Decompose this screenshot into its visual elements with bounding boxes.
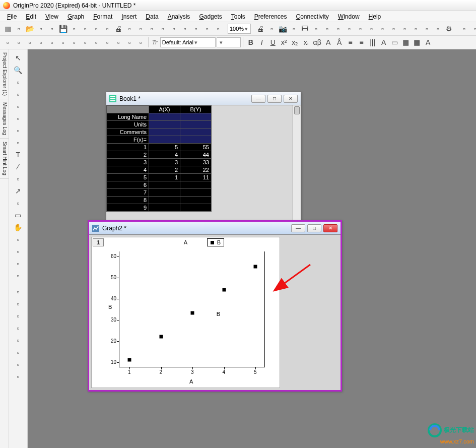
open-icon[interactable]: 📂 <box>24 23 35 34</box>
zoom-in-icon[interactable]: 🔍 <box>12 65 25 76</box>
cell[interactable] <box>180 113 212 121</box>
d1-icon[interactable]: ▫ <box>388 23 399 34</box>
open-excel-icon[interactable]: ▫ <box>46 23 57 34</box>
data-point[interactable] <box>254 265 257 269</box>
row-index[interactable]: 7 <box>107 189 149 197</box>
batch-icon[interactable]: ▫ <box>432 23 443 34</box>
minimize-button[interactable]: — <box>291 224 305 232</box>
menu-connectivity[interactable]: Connectivity <box>292 12 332 21</box>
new-layout-icon[interactable]: ▫ <box>102 23 113 34</box>
mask-icon[interactable]: ▫ <box>12 113 25 124</box>
format-btn-5[interactable]: xᵢ <box>301 37 312 48</box>
row-index[interactable]: 4 <box>107 166 149 174</box>
color-icon[interactable]: ▫ <box>12 270 25 281</box>
legend[interactable]: B <box>207 238 224 246</box>
col-header-0[interactable]: A(X) <box>149 106 180 113</box>
gear-icon[interactable]: ⚙ <box>443 23 454 34</box>
cell[interactable] <box>149 129 180 136</box>
zoom-combo[interactable]: 100%▾ <box>228 24 251 34</box>
cell[interactable]: 44 <box>180 151 212 159</box>
layer-tab[interactable]: 1 <box>93 238 104 246</box>
p3-icon[interactable]: ▫ <box>213 23 224 34</box>
tab-smart-hint-log[interactable]: Smart Hint Log <box>0 139 9 179</box>
cell[interactable] <box>149 204 180 212</box>
scale-icon[interactable]: ▫ <box>12 234 25 245</box>
row-label-2[interactable]: Comments <box>107 129 149 136</box>
grid-icon[interactable]: ▫ <box>12 347 25 358</box>
window-book1[interactable]: Book1 * — □ ✕ A(X)B(Y)Long NameUnitsComm… <box>106 92 301 228</box>
print-icon[interactable]: 🖨 <box>113 23 124 34</box>
d2-icon[interactable]: ▫ <box>399 23 410 34</box>
cell[interactable]: 33 <box>180 159 212 166</box>
m1-icon[interactable]: ▫ <box>35 37 46 48</box>
pan2-icon[interactable]: ▫ <box>12 125 25 136</box>
format-btn-11[interactable]: ||| <box>367 37 378 48</box>
table-icon[interactable]: ▫ <box>12 323 25 334</box>
d3-icon[interactable]: ▫ <box>410 23 421 34</box>
cell[interactable] <box>180 204 212 212</box>
plot-area[interactable]: 10203040506012345 <box>119 251 265 367</box>
menu-data[interactable]: Data <box>142 12 162 21</box>
close-button[interactable]: ✕ <box>323 224 337 232</box>
cell[interactable] <box>149 136 180 144</box>
rescale-icon[interactable]: ▫ <box>310 23 321 34</box>
row-index[interactable]: 1 <box>107 144 149 151</box>
format-btn-1[interactable]: I <box>256 37 267 48</box>
format-btn-12[interactable]: A <box>378 37 389 48</box>
text-icon[interactable]: T <box>12 149 25 160</box>
cascade-icon[interactable]: ▫ <box>157 23 168 34</box>
cell[interactable] <box>180 121 212 129</box>
format-btn-7[interactable]: A <box>323 37 334 48</box>
format-btn-3[interactable]: x² <box>279 37 290 48</box>
pointer-icon[interactable]: ↖ <box>12 52 25 63</box>
cell[interactable]: 5 <box>149 144 180 151</box>
camera-icon[interactable]: 📷 <box>277 23 288 34</box>
format-btn-9[interactable]: ≡ <box>345 37 356 48</box>
cut-icon[interactable]: ▫ <box>113 37 124 48</box>
cell[interactable]: 22 <box>180 166 212 174</box>
cell[interactable] <box>149 181 180 189</box>
db-icon[interactable]: ▫ <box>12 359 25 370</box>
cell[interactable] <box>149 121 180 129</box>
palette3-icon[interactable]: ▫ <box>12 310 25 322</box>
format-btn-0[interactable]: B <box>245 37 256 48</box>
worksheet-icon[interactable]: ▫ <box>12 371 25 382</box>
line-tool-icon[interactable]: ▫ <box>12 198 25 209</box>
p2-icon[interactable]: ▫ <box>201 23 213 34</box>
cell[interactable] <box>180 197 212 204</box>
format-btn-10[interactable]: ≡ <box>356 37 367 48</box>
menu-analysis[interactable]: Analysis <box>164 12 194 21</box>
fontsize-combo[interactable]: ▾ <box>217 37 241 47</box>
new-project-icon[interactable]: ▥ <box>2 23 13 34</box>
menu-graph[interactable]: Graph <box>63 12 88 21</box>
save-icon[interactable]: 💾 <box>57 23 69 34</box>
row-index[interactable]: 3 <box>107 159 149 166</box>
cell[interactable] <box>180 181 212 189</box>
maximize-button[interactable]: □ <box>307 224 321 232</box>
cell[interactable] <box>180 189 212 197</box>
app-icon[interactable]: ▫ <box>124 23 135 34</box>
scrollbar-thumb[interactable] <box>294 106 300 114</box>
slideshow-icon[interactable]: ▫ <box>288 23 299 34</box>
menu-help[interactable]: Help <box>365 12 385 21</box>
hand-icon[interactable]: ✋ <box>12 222 25 233</box>
line-icon[interactable]: ∕ <box>12 161 25 172</box>
draw-icon[interactable]: ▫ <box>12 246 25 257</box>
format-btn-6[interactable]: αβ <box>312 37 323 48</box>
worksheet-grid[interactable]: A(X)B(Y)Long NameUnitsCommentsF(x)=15552… <box>106 105 212 227</box>
bucket-icon[interactable]: ▫ <box>12 258 25 269</box>
new-folder-icon[interactable]: ▫ <box>13 23 24 34</box>
row-index[interactable]: 6 <box>107 181 149 189</box>
cell[interactable]: 55 <box>180 144 212 151</box>
m2-icon[interactable]: ▫ <box>46 37 57 48</box>
row-label-1[interactable]: Units <box>107 121 149 129</box>
region-icon[interactable]: ▫ <box>12 137 25 148</box>
open-arrow-icon[interactable]: ▫ <box>12 173 25 184</box>
m4-icon[interactable]: ▫ <box>69 37 80 48</box>
window-graph2[interactable]: Graph2 * — □ ✕ 1 A B 10203040506012345 B… <box>88 220 342 392</box>
format-btn-16[interactable]: A <box>423 37 434 48</box>
cell[interactable]: 4 <box>149 151 180 159</box>
row-label-0[interactable]: Long Name <box>107 113 149 121</box>
rect-icon[interactable]: ▭ <box>12 210 25 221</box>
tile-icon[interactable]: ▫ <box>146 23 157 34</box>
